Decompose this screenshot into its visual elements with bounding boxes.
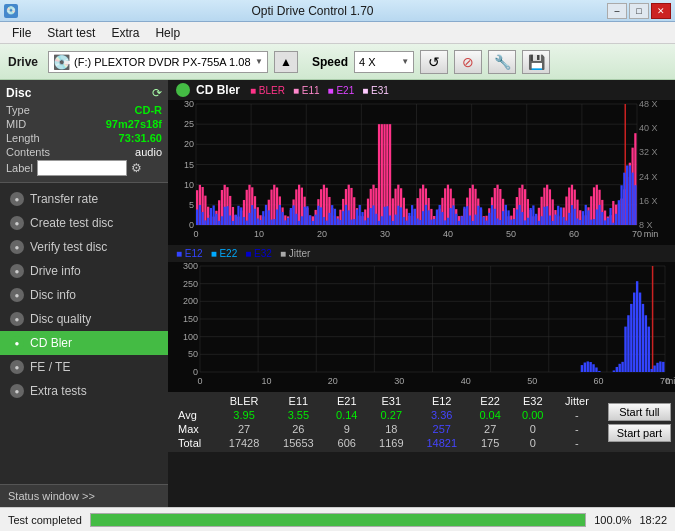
legend-e32: ■ E32 bbox=[245, 248, 272, 259]
app-icon: 💿 bbox=[4, 4, 18, 18]
disc-quality-label: Disc quality bbox=[30, 312, 91, 326]
menu-file[interactable]: File bbox=[4, 24, 39, 42]
total-e32: 0 bbox=[511, 436, 554, 450]
main-layout: Disc ⟳ Type CD-R MID 97m27s18f Length 73… bbox=[0, 80, 675, 507]
menu-start-test[interactable]: Start test bbox=[39, 24, 103, 42]
col-header-empty bbox=[172, 394, 217, 408]
contents-label: Contents bbox=[6, 146, 50, 158]
speed-arrow-icon: ▼ bbox=[401, 57, 409, 66]
extra-tests-label: Extra tests bbox=[30, 384, 87, 398]
label-input[interactable] bbox=[37, 160, 127, 176]
sidebar-item-drive-info[interactable]: ● Drive info bbox=[0, 259, 168, 283]
drive-value: (F:) PLEXTOR DVDR PX-755A 1.08 bbox=[74, 56, 251, 68]
drive-label: Drive bbox=[8, 55, 38, 69]
drive-info-label: Drive info bbox=[30, 264, 81, 278]
total-e12: 14821 bbox=[415, 436, 469, 450]
transfer-rate-icon: ● bbox=[10, 192, 24, 206]
speed-label: Speed bbox=[312, 55, 348, 69]
length-value: 73:31.60 bbox=[119, 132, 162, 144]
sidebar: Disc ⟳ Type CD-R MID 97m27s18f Length 73… bbox=[0, 80, 168, 507]
statusbar: Test completed 100.0% 18:22 bbox=[0, 507, 675, 531]
sidebar-item-verify-test-disc[interactable]: ● Verify test disc bbox=[0, 235, 168, 259]
start-part-button[interactable]: Start part bbox=[608, 424, 671, 442]
disc-refresh-icon[interactable]: ⟳ bbox=[152, 86, 162, 100]
max-e12: 257 bbox=[415, 422, 469, 436]
bottom-row: BLER E11 E21 E31 E12 E22 E32 Jitter Avg bbox=[168, 392, 675, 452]
eject-button[interactable]: ▲ bbox=[274, 51, 298, 73]
max-e22: 27 bbox=[469, 422, 512, 436]
transfer-rate-label: Transfer rate bbox=[30, 192, 98, 206]
menubar: File Start test Extra Help bbox=[0, 22, 675, 44]
row-label-avg: Avg bbox=[172, 408, 217, 422]
table-row-total: Total 17428 15653 606 1169 14821 175 0 - bbox=[172, 436, 600, 450]
menu-extra[interactable]: Extra bbox=[103, 24, 147, 42]
speed-selector[interactable]: 4 X ▼ bbox=[354, 51, 414, 73]
sidebar-item-disc-info[interactable]: ● Disc info bbox=[0, 283, 168, 307]
progress-bar-container bbox=[90, 513, 586, 527]
toolbar: Drive 💽 (F:) PLEXTOR DVDR PX-755A 1.08 ▼… bbox=[0, 44, 675, 80]
legend-e11: ■ E11 bbox=[293, 85, 320, 96]
max-e21: 9 bbox=[325, 422, 368, 436]
start-full-button[interactable]: Start full bbox=[608, 403, 671, 421]
status-percent: 100.0% bbox=[594, 514, 631, 526]
total-bler: 17428 bbox=[217, 436, 271, 450]
max-jitter: - bbox=[554, 422, 600, 436]
mid-label: MID bbox=[6, 118, 26, 130]
legend-jitter: ■ Jitter bbox=[280, 248, 311, 259]
sidebar-item-disc-quality[interactable]: ● Disc quality bbox=[0, 307, 168, 331]
sidebar-item-transfer-rate[interactable]: ● Transfer rate bbox=[0, 187, 168, 211]
disc-panel: Disc ⟳ Type CD-R MID 97m27s18f Length 73… bbox=[0, 80, 168, 183]
col-header-jitter: Jitter bbox=[554, 394, 600, 408]
max-bler: 27 bbox=[217, 422, 271, 436]
verify-disc-icon: ● bbox=[10, 240, 24, 254]
speed-value: 4 X bbox=[359, 56, 397, 68]
drive-info-icon: ● bbox=[10, 264, 24, 278]
data-table: BLER E11 E21 E31 E12 E22 E32 Jitter Avg bbox=[172, 394, 600, 450]
row-label-total: Total bbox=[172, 436, 217, 450]
sidebar-item-fe-te[interactable]: ● FE / TE bbox=[0, 355, 168, 379]
sidebar-item-create-test-disc[interactable]: ● Create test disc bbox=[0, 211, 168, 235]
sidebar-nav: ● Transfer rate ● Create test disc ● Ver… bbox=[0, 183, 168, 484]
extra-tests-icon: ● bbox=[10, 384, 24, 398]
content-area: CD Bler ■ BLER ■ E11 ■ E21 ■ E31 ■ E12 ■… bbox=[168, 80, 675, 507]
avg-e31: 0.27 bbox=[368, 408, 414, 422]
cd-bler-label: CD Bler bbox=[30, 336, 72, 350]
close-button[interactable]: ✕ bbox=[651, 3, 671, 19]
sidebar-item-cd-bler[interactable]: ● CD Bler bbox=[0, 331, 168, 355]
type-label: Type bbox=[6, 104, 30, 116]
refresh-button[interactable]: ↺ bbox=[420, 50, 448, 74]
table-row-avg: Avg 3.95 3.55 0.14 0.27 3.36 0.04 0.00 - bbox=[172, 408, 600, 422]
create-disc-icon: ● bbox=[10, 216, 24, 230]
drive-selector[interactable]: 💽 (F:) PLEXTOR DVDR PX-755A 1.08 ▼ bbox=[48, 51, 268, 73]
maximize-button[interactable]: □ bbox=[629, 3, 649, 19]
minimize-button[interactable]: – bbox=[607, 3, 627, 19]
progress-bar-fill bbox=[91, 514, 585, 526]
col-header-e32: E32 bbox=[511, 394, 554, 408]
status-window-label: Status window >> bbox=[8, 490, 95, 502]
max-e31: 18 bbox=[368, 422, 414, 436]
cd-bler-icon: ● bbox=[10, 336, 24, 350]
legend-e21: ■ E21 bbox=[328, 85, 355, 96]
legend-e22: ■ E22 bbox=[211, 248, 238, 259]
erase-button[interactable]: ⊘ bbox=[454, 50, 482, 74]
max-e11: 26 bbox=[271, 422, 325, 436]
menu-help[interactable]: Help bbox=[147, 24, 188, 42]
col-header-e31: E31 bbox=[368, 394, 414, 408]
chart1-title: CD Bler bbox=[196, 83, 240, 97]
type-value: CD-R bbox=[135, 104, 163, 116]
settings-button[interactable]: 🔧 bbox=[488, 50, 516, 74]
disc-info-icon: ● bbox=[10, 288, 24, 302]
verify-disc-label: Verify test disc bbox=[30, 240, 107, 254]
save-button[interactable]: 💾 bbox=[522, 50, 550, 74]
label-gear-icon[interactable]: ⚙ bbox=[131, 161, 142, 175]
row-label-max: Max bbox=[172, 422, 217, 436]
total-jitter: - bbox=[554, 436, 600, 450]
status-window-button[interactable]: Status window >> bbox=[0, 484, 168, 507]
avg-e11: 3.55 bbox=[271, 408, 325, 422]
col-header-e11: E11 bbox=[271, 394, 325, 408]
col-header-e22: E22 bbox=[469, 394, 512, 408]
create-disc-label: Create test disc bbox=[30, 216, 113, 230]
contents-value: audio bbox=[135, 146, 162, 158]
disc-info-label: Disc info bbox=[30, 288, 76, 302]
sidebar-item-extra-tests[interactable]: ● Extra tests bbox=[0, 379, 168, 403]
